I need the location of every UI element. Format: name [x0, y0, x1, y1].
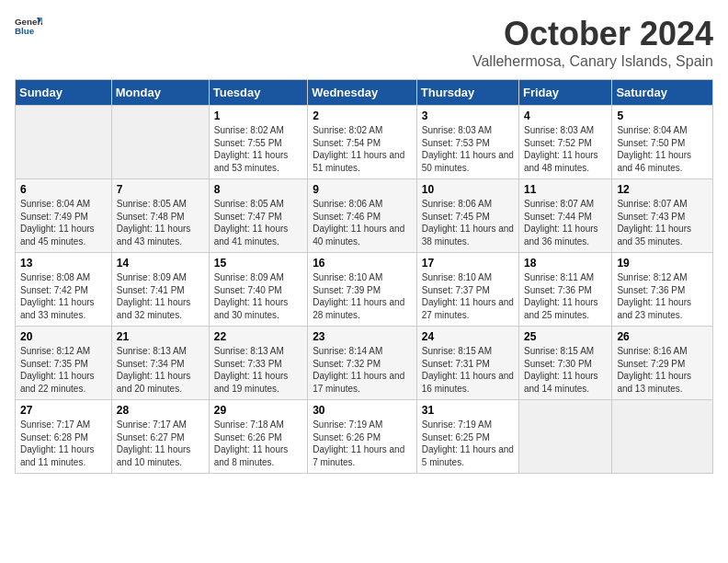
calendar-cell: 2Sunrise: 8:02 AM Sunset: 7:54 PM Daylig… — [308, 106, 417, 179]
day-detail: Sunrise: 8:13 AM Sunset: 7:33 PM Dayligh… — [214, 345, 302, 395]
day-number: 15 — [214, 257, 302, 270]
calendar-week-row: 27Sunrise: 7:17 AM Sunset: 6:28 PM Dayli… — [16, 400, 713, 474]
day-number: 23 — [313, 330, 412, 343]
day-number: 21 — [117, 330, 204, 343]
day-detail: Sunrise: 8:03 AM Sunset: 7:52 PM Dayligh… — [524, 124, 607, 174]
logo-icon: General Blue — [15, 15, 42, 37]
location-subtitle: Vallehermosa, Canary Islands, Spain — [472, 53, 713, 70]
calendar-week-row: 6Sunrise: 8:04 AM Sunset: 7:49 PM Daylig… — [16, 179, 713, 253]
day-detail: Sunrise: 8:15 AM Sunset: 7:31 PM Dayligh… — [422, 345, 514, 395]
calendar-cell: 7Sunrise: 8:05 AM Sunset: 7:48 PM Daylig… — [111, 179, 209, 253]
day-number: 17 — [422, 257, 514, 270]
calendar-cell: 10Sunrise: 8:06 AM Sunset: 7:45 PM Dayli… — [416, 179, 518, 253]
weekday-header: Friday — [518, 80, 611, 106]
day-number: 7 — [117, 183, 204, 196]
calendar-cell: 1Sunrise: 8:02 AM Sunset: 7:55 PM Daylig… — [209, 106, 307, 179]
calendar-cell: 21Sunrise: 8:13 AM Sunset: 7:34 PM Dayli… — [111, 327, 209, 400]
calendar-cell — [16, 106, 112, 179]
day-number: 5 — [617, 109, 708, 122]
day-detail: Sunrise: 8:16 AM Sunset: 7:29 PM Dayligh… — [617, 345, 708, 395]
calendar-cell: 16Sunrise: 8:10 AM Sunset: 7:39 PM Dayli… — [308, 253, 417, 327]
calendar-cell: 14Sunrise: 8:09 AM Sunset: 7:41 PM Dayli… — [111, 253, 209, 327]
calendar-cell — [612, 400, 713, 474]
day-number: 2 — [313, 109, 412, 122]
day-detail: Sunrise: 7:17 AM Sunset: 6:28 PM Dayligh… — [20, 419, 107, 468]
day-detail: Sunrise: 8:04 AM Sunset: 7:49 PM Dayligh… — [20, 198, 107, 247]
day-detail: Sunrise: 8:12 AM Sunset: 7:36 PM Dayligh… — [617, 271, 708, 321]
calendar-cell: 29Sunrise: 7:18 AM Sunset: 6:26 PM Dayli… — [209, 400, 307, 474]
day-number: 3 — [422, 109, 514, 122]
day-number: 13 — [20, 257, 107, 270]
calendar-cell: 31Sunrise: 7:19 AM Sunset: 6:25 PM Dayli… — [416, 400, 518, 474]
month-title: October 2024 — [472, 15, 713, 53]
day-detail: Sunrise: 7:19 AM Sunset: 6:25 PM Dayligh… — [422, 419, 514, 468]
day-number: 16 — [313, 257, 412, 270]
day-number: 25 — [524, 330, 607, 343]
day-detail: Sunrise: 8:09 AM Sunset: 7:41 PM Dayligh… — [117, 271, 204, 321]
day-number: 22 — [214, 330, 302, 343]
day-detail: Sunrise: 8:10 AM Sunset: 7:37 PM Dayligh… — [422, 271, 514, 321]
calendar-cell: 9Sunrise: 8:06 AM Sunset: 7:46 PM Daylig… — [308, 179, 417, 253]
calendar-cell: 26Sunrise: 8:16 AM Sunset: 7:29 PM Dayli… — [612, 327, 713, 400]
day-number: 1 — [214, 109, 302, 122]
page-header: General Blue October 2024 Vallehermosa, … — [15, 15, 713, 70]
day-detail: Sunrise: 8:08 AM Sunset: 7:42 PM Dayligh… — [20, 271, 107, 321]
logo: General Blue — [15, 15, 42, 37]
day-detail: Sunrise: 8:12 AM Sunset: 7:35 PM Dayligh… — [20, 345, 107, 395]
calendar-week-row: 13Sunrise: 8:08 AM Sunset: 7:42 PM Dayli… — [16, 253, 713, 327]
weekday-header: Wednesday — [308, 80, 417, 106]
day-detail: Sunrise: 8:13 AM Sunset: 7:34 PM Dayligh… — [117, 345, 204, 395]
day-number: 20 — [20, 330, 107, 343]
calendar-week-row: 20Sunrise: 8:12 AM Sunset: 7:35 PM Dayli… — [16, 327, 713, 400]
calendar-cell: 19Sunrise: 8:12 AM Sunset: 7:36 PM Dayli… — [612, 253, 713, 327]
day-detail: Sunrise: 8:07 AM Sunset: 7:44 PM Dayligh… — [524, 198, 607, 247]
day-detail: Sunrise: 8:04 AM Sunset: 7:50 PM Dayligh… — [617, 124, 708, 174]
day-number: 11 — [524, 183, 607, 196]
weekday-header: Monday — [111, 80, 209, 106]
day-number: 14 — [117, 257, 204, 270]
calendar-cell: 27Sunrise: 7:17 AM Sunset: 6:28 PM Dayli… — [16, 400, 112, 474]
day-detail: Sunrise: 8:09 AM Sunset: 7:40 PM Dayligh… — [214, 271, 302, 321]
day-number: 30 — [313, 404, 412, 417]
day-number: 29 — [214, 404, 302, 417]
calendar-cell: 12Sunrise: 8:07 AM Sunset: 7:43 PM Dayli… — [612, 179, 713, 253]
calendar-table: SundayMondayTuesdayWednesdayThursdayFrid… — [15, 79, 713, 474]
calendar-cell — [518, 400, 611, 474]
day-detail: Sunrise: 8:03 AM Sunset: 7:53 PM Dayligh… — [422, 124, 514, 174]
day-detail: Sunrise: 8:02 AM Sunset: 7:54 PM Dayligh… — [313, 124, 412, 174]
calendar-cell: 3Sunrise: 8:03 AM Sunset: 7:53 PM Daylig… — [416, 106, 518, 179]
weekday-header-row: SundayMondayTuesdayWednesdayThursdayFrid… — [16, 80, 713, 106]
day-detail: Sunrise: 8:14 AM Sunset: 7:32 PM Dayligh… — [313, 345, 412, 395]
title-section: October 2024 Vallehermosa, Canary Island… — [472, 15, 713, 70]
day-detail: Sunrise: 8:11 AM Sunset: 7:36 PM Dayligh… — [524, 271, 607, 321]
day-number: 6 — [20, 183, 107, 196]
calendar-cell: 18Sunrise: 8:11 AM Sunset: 7:36 PM Dayli… — [518, 253, 611, 327]
day-number: 10 — [422, 183, 514, 196]
day-number: 26 — [617, 330, 708, 343]
day-detail: Sunrise: 8:05 AM Sunset: 7:47 PM Dayligh… — [214, 198, 302, 247]
calendar-cell: 17Sunrise: 8:10 AM Sunset: 7:37 PM Dayli… — [416, 253, 518, 327]
day-detail: Sunrise: 8:06 AM Sunset: 7:46 PM Dayligh… — [313, 198, 412, 247]
day-number: 27 — [20, 404, 107, 417]
day-detail: Sunrise: 7:17 AM Sunset: 6:27 PM Dayligh… — [117, 419, 204, 468]
calendar-cell: 20Sunrise: 8:12 AM Sunset: 7:35 PM Dayli… — [16, 327, 112, 400]
day-detail: Sunrise: 8:07 AM Sunset: 7:43 PM Dayligh… — [617, 198, 708, 247]
day-detail: Sunrise: 8:06 AM Sunset: 7:45 PM Dayligh… — [422, 198, 514, 247]
day-detail: Sunrise: 8:15 AM Sunset: 7:30 PM Dayligh… — [524, 345, 607, 395]
day-number: 12 — [617, 183, 708, 196]
calendar-cell: 8Sunrise: 8:05 AM Sunset: 7:47 PM Daylig… — [209, 179, 307, 253]
day-number: 4 — [524, 109, 607, 122]
day-number: 8 — [214, 183, 302, 196]
calendar-cell: 25Sunrise: 8:15 AM Sunset: 7:30 PM Dayli… — [518, 327, 611, 400]
calendar-week-row: 1Sunrise: 8:02 AM Sunset: 7:55 PM Daylig… — [16, 106, 713, 179]
day-number: 9 — [313, 183, 412, 196]
calendar-cell: 24Sunrise: 8:15 AM Sunset: 7:31 PM Dayli… — [416, 327, 518, 400]
day-number: 24 — [422, 330, 514, 343]
weekday-header: Saturday — [612, 80, 713, 106]
calendar-cell: 23Sunrise: 8:14 AM Sunset: 7:32 PM Dayli… — [308, 327, 417, 400]
day-number: 31 — [422, 404, 514, 417]
weekday-header: Thursday — [416, 80, 518, 106]
day-detail: Sunrise: 8:05 AM Sunset: 7:48 PM Dayligh… — [117, 198, 204, 247]
day-detail: Sunrise: 8:10 AM Sunset: 7:39 PM Dayligh… — [313, 271, 412, 321]
calendar-cell: 22Sunrise: 8:13 AM Sunset: 7:33 PM Dayli… — [209, 327, 307, 400]
